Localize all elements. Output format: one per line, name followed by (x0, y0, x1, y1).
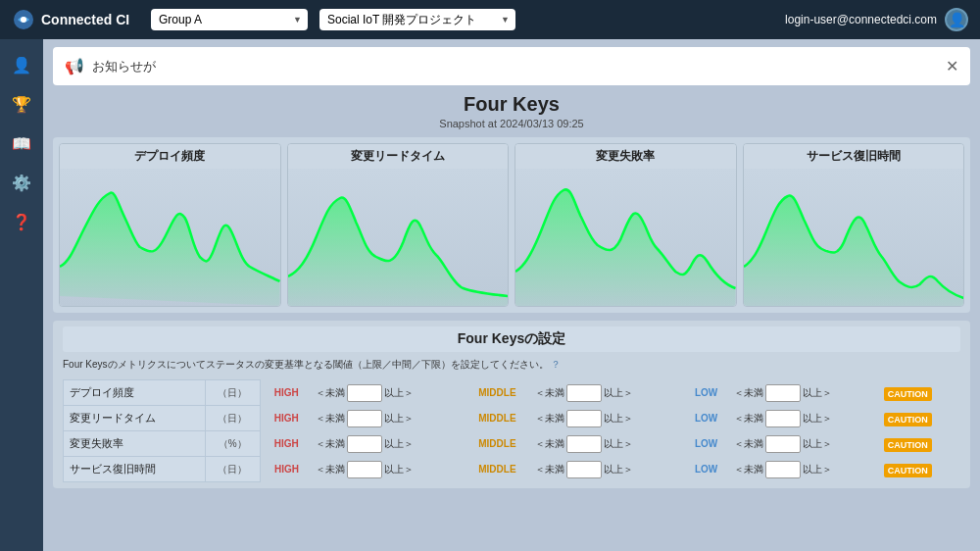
range-low-1: ＜未満 以上＞ (731, 406, 880, 431)
user-email: login-user@connectedci.com (785, 13, 937, 26)
sidebar-item-book[interactable]: 📖 (4, 125, 39, 161)
level-low-0: LOW (681, 380, 731, 406)
metric-name-3: サービス復旧時間 (64, 457, 206, 482)
range-low-2: ＜未満 以上＞ (731, 431, 880, 457)
section-title: Four Keys (43, 93, 980, 116)
caution-badge-0: CAUTION (884, 387, 932, 401)
sidebar-item-trophy[interactable]: 🏆 (4, 86, 39, 122)
input-middle-low-1[interactable] (566, 410, 602, 427)
chart-service-recover: サービス復旧時間 (743, 143, 965, 307)
input-low-low-1[interactable] (765, 410, 801, 427)
level-high-0: HIGH (260, 380, 313, 406)
sidebar-item-user[interactable]: 👤 (4, 47, 39, 82)
chart-change-lead-area (288, 169, 509, 306)
chart-change-lead-label: 変更リードタイム (288, 144, 509, 169)
chart-change-fail: 変更失敗率 (514, 143, 737, 307)
chart-service-recover-area (744, 169, 964, 306)
table-row: 変更失敗率 （%） HIGH ＜未満 以上＞ MIDDLE ＜未満 (64, 431, 960, 457)
four-keys-subtitle: Snapshot at 2024/03/13 09:25 (43, 118, 980, 129)
svg-point-1 (21, 17, 26, 23)
caution-badge-2: CAUTION (884, 438, 932, 452)
header: Connected CI Group A Social IoT 開発プロジェクト… (0, 0, 980, 39)
caution-badge-1: CAUTION (884, 413, 932, 426)
main-content: 📢 お知らせが ✕ Four Keys Snapshot at 2024/03/… (43, 39, 980, 551)
sidebar-item-settings[interactable]: ⚙️ (4, 165, 39, 200)
settings-help-button[interactable]: ？ (551, 359, 561, 370)
chart-deploy-freq-area (60, 169, 280, 306)
input-high-low-0[interactable] (347, 384, 382, 402)
table-row: 変更リードタイム （日） HIGH ＜未満 以上＞ MIDDLE ＜未満 (64, 406, 960, 431)
caution-cell-1: CAUTION (880, 406, 960, 431)
level-low-3: LOW (681, 457, 731, 482)
input-low-low-2[interactable] (765, 435, 801, 453)
group-select[interactable]: Group A (151, 9, 308, 30)
range-high-3: ＜未満 以上＞ (313, 457, 462, 482)
metric-name-0: デプロイ頻度 (64, 380, 206, 406)
user-avatar[interactable]: 👤 (945, 8, 968, 31)
metric-unit-3: （日） (205, 457, 260, 482)
table-row: サービス復旧時間 （日） HIGH ＜未満 以上＞ MIDDLE ＜未満 (64, 457, 960, 482)
level-middle-0: MIDDLE (462, 380, 532, 406)
metric-name-1: 変更リードタイム (64, 406, 206, 431)
logo: Connected CI (12, 8, 139, 31)
notification-close-button[interactable]: ✕ (946, 57, 958, 75)
notification-bar: 📢 お知らせが ✕ (53, 47, 970, 85)
input-middle-low-0[interactable] (566, 384, 602, 402)
sidebar-item-help[interactable]: ❓ (4, 204, 39, 239)
level-high-2: HIGH (260, 431, 313, 457)
chart-deploy-freq: デプロイ頻度 (59, 143, 281, 307)
chart-change-fail-label: 変更失敗率 (515, 144, 736, 169)
input-middle-low-2[interactable] (566, 435, 602, 453)
header-right: login-user@connectedci.com 👤 (785, 8, 968, 31)
level-high-1: HIGH (260, 406, 313, 431)
chart-deploy-freq-label: デプロイ頻度 (60, 144, 280, 169)
input-low-low-0[interactable] (765, 384, 801, 402)
charts-container: デプロイ頻度 変更リードタイム (53, 137, 970, 313)
metric-unit-0: （日） (205, 380, 260, 406)
level-middle-3: MIDDLE (462, 457, 532, 482)
level-middle-1: MIDDLE (462, 406, 532, 431)
sidebar: 👤 🏆 📖 ⚙️ ❓ (0, 39, 43, 551)
range-high-1: ＜未満 以上＞ (313, 406, 462, 431)
caution-cell-0: CAUTION (880, 380, 960, 406)
input-high-low-1[interactable] (347, 410, 382, 427)
range-middle-1: ＜未満 以上＞ (532, 406, 681, 431)
input-high-low-3[interactable] (347, 461, 382, 478)
range-high-2: ＜未満 以上＞ (313, 431, 462, 457)
range-low-0: ＜未満 以上＞ (731, 380, 880, 406)
chart-change-lead: 変更リードタイム (287, 143, 510, 307)
settings-title: Four Keysの設定 (63, 326, 960, 352)
caution-badge-3: CAUTION (884, 464, 932, 477)
input-low-low-3[interactable] (765, 461, 801, 478)
project-select[interactable]: Social IoT 開発プロジェクト (319, 9, 515, 30)
group-select-wrapper[interactable]: Group A (151, 9, 308, 30)
range-low-3: ＜未満 以上＞ (731, 457, 880, 482)
caution-cell-2: CAUTION (880, 431, 960, 457)
chart-change-fail-area (515, 169, 736, 306)
level-high-3: HIGH (260, 457, 313, 482)
metric-name-2: 変更失敗率 (64, 431, 206, 457)
settings-section: Four Keysの設定 Four Keysのメトリクスについてステータスの変更… (53, 321, 970, 488)
level-low-1: LOW (681, 406, 731, 431)
table-row: デプロイ頻度 （日） HIGH ＜未満 以上＞ MIDDLE ＜未満 (64, 380, 960, 406)
range-middle-3: ＜未満 以上＞ (532, 457, 681, 482)
project-select-wrapper[interactable]: Social IoT 開発プロジェクト (319, 9, 515, 30)
notification-text: お知らせが (92, 58, 156, 75)
input-high-low-2[interactable] (347, 435, 382, 453)
range-high-0: ＜未満 以上＞ (313, 380, 462, 406)
level-low-2: LOW (681, 431, 731, 457)
logo-text: Connected CI (41, 12, 129, 27)
range-middle-2: ＜未満 以上＞ (532, 431, 681, 457)
settings-description: Four Keysのメトリクスについてステータスの変更基準となる閾値（上限／中間… (63, 358, 960, 372)
range-middle-0: ＜未満 以上＞ (532, 380, 681, 406)
chart-service-recover-label: サービス復旧時間 (744, 144, 964, 169)
four-keys-title: Four Keys (43, 93, 980, 116)
level-middle-2: MIDDLE (462, 431, 532, 457)
notification-icon: 📢 (65, 57, 84, 75)
caution-cell-3: CAUTION (880, 457, 960, 482)
metric-unit-2: （%） (205, 431, 260, 457)
settings-table: デプロイ頻度 （日） HIGH ＜未満 以上＞ MIDDLE ＜未満 (63, 379, 960, 482)
input-middle-low-3[interactable] (566, 461, 602, 478)
metric-unit-1: （日） (205, 406, 260, 431)
